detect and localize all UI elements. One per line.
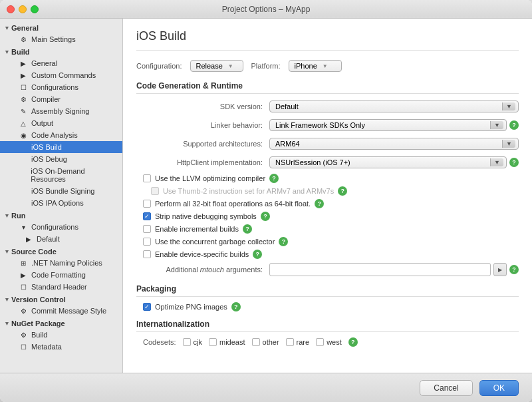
sidebar-item-label: Code Analysis (31, 131, 78, 139)
packaging-header: Packaging (136, 284, 519, 297)
code-gen-header: Code Generation & Runtime (136, 81, 519, 94)
arrow-icon: ▾ (5, 296, 9, 303)
gear-icon: ⚙ (19, 96, 28, 103)
dropdown-arrow-btn[interactable]: ▼ (490, 121, 503, 129)
png-checkbox[interactable] (143, 303, 151, 311)
sidebar-item-nuget-metadata[interactable]: ☐ Metadata (0, 341, 122, 353)
sidebar-item-label: Configurations (31, 83, 78, 91)
help-icon[interactable]: ? (509, 158, 519, 167)
sidebar-item-commit-message[interactable]: ⚙ Commit Message Style (0, 305, 122, 317)
help-icon[interactable]: ? (348, 337, 358, 347)
west-checkbox[interactable] (316, 338, 324, 346)
main-window: Project Options – MyApp ▾ General ⚙ Main… (0, 0, 532, 402)
help-icon[interactable]: ? (261, 212, 270, 221)
config-row: Configuration: Release ▼ Platform: iPhon… (136, 60, 519, 72)
sidebar-section-source[interactable]: ▾ Source Code (0, 245, 122, 257)
sidebar-item-run-configurations[interactable]: ▾ Configurations (0, 221, 122, 233)
sidebar-item-label: Configurations (31, 223, 78, 231)
sidebar-section-version[interactable]: ▾ Version Control (0, 293, 122, 305)
sidebar-item-net-naming[interactable]: ⊞ .NET Naming Policies (0, 257, 122, 269)
help-icon[interactable]: ? (509, 120, 519, 130)
help-icon[interactable]: ? (338, 186, 347, 196)
sidebar-item-build-general[interactable]: ▶ General (0, 57, 122, 69)
arch-value: ARM64 (275, 140, 300, 148)
cjk-label: cjk (194, 338, 202, 346)
sidebar-item-ios-debug[interactable]: iOS Debug (0, 153, 122, 165)
llvm-label: Use the LLVM optimizing compiler (155, 174, 265, 182)
help-icon[interactable]: ? (509, 265, 519, 274)
sdk-dropdown[interactable]: Default ▼ (269, 100, 519, 112)
page-title: iOS Build (136, 29, 519, 51)
arrow-icon: ▾ (5, 212, 9, 219)
sidebar-item-compiler[interactable]: ⚙ Compiler (0, 93, 122, 105)
codesets-row: Codesets: cjk mideast other rare (136, 337, 519, 347)
sidebar-section-run[interactable]: ▾ Run (0, 209, 122, 221)
checkbox-row-float: Perform all 32-bit float operations as 6… (136, 199, 519, 208)
thumb2-checkbox[interactable] (151, 187, 159, 195)
linker-dropdown[interactable]: Link Framework SDKs Only ▼ (269, 119, 507, 131)
traffic-lights (7, 5, 39, 13)
httpclient-dropdown[interactable]: NSUrlSession (iOS 7+) ▼ (269, 156, 507, 168)
sidebar-item-ios-bundle[interactable]: iOS Bundle Signing (0, 185, 122, 197)
sidebar-item-ios-ondemand[interactable]: iOS On-Demand Resources (0, 165, 122, 185)
cancel-button[interactable]: Cancel (420, 380, 472, 396)
rare-label: rare (297, 338, 310, 346)
cjk-checkbox[interactable] (183, 338, 191, 346)
sidebar-item-custom-commands[interactable]: ▶ Custom Commands (0, 69, 122, 81)
close-button[interactable] (7, 5, 15, 13)
ok-button[interactable]: OK (479, 380, 519, 396)
sidebar-item-assembly-signing[interactable]: ✎ Assembly Signing (0, 105, 122, 117)
sidebar-section-build[interactable]: ▾ Build (0, 45, 122, 57)
gear-icon: ⚙ (19, 36, 28, 43)
sidebar-item-standard-header[interactable]: ☐ Standard Header (0, 281, 122, 293)
mtouch-text-input[interactable] (269, 263, 491, 276)
sidebar-item-main-settings[interactable]: ⚙ Main Settings (0, 33, 122, 45)
linker-label: Linker behavior: (136, 121, 269, 129)
sidebar-section-general[interactable]: ▾ General (0, 21, 122, 33)
rare-checkbox[interactable] (286, 338, 294, 346)
codeset-mideast: mideast (209, 338, 245, 346)
incremental-checkbox[interactable] (143, 225, 151, 233)
section-run-label: Run (11, 212, 25, 220)
sidebar-section-nuget[interactable]: ▾ NuGet Package (0, 317, 122, 329)
play-button[interactable]: ▶ (493, 263, 507, 276)
help-icon[interactable]: ? (279, 237, 288, 246)
platform-value: iPhone (295, 62, 317, 70)
configuration-dropdown[interactable]: Release ▼ (190, 60, 243, 72)
mideast-checkbox[interactable] (209, 338, 217, 346)
other-checkbox[interactable] (252, 338, 260, 346)
arch-dropdown[interactable]: ARM64 ▼ (269, 138, 519, 150)
sidebar-item-configurations[interactable]: ☐ Configurations (0, 81, 122, 93)
help-icon[interactable]: ? (253, 250, 262, 259)
incremental-label: Enable incremental builds (155, 225, 239, 233)
platform-dropdown[interactable]: iPhone ▼ (289, 60, 342, 72)
mtouch-label: Additional mtouch arguments: (136, 266, 269, 274)
help-icon[interactable]: ? (243, 224, 252, 234)
sidebar-item-code-analysis[interactable]: ◉ Code Analysis (0, 129, 122, 141)
httpclient-control: NSUrlSession (iOS 7+) ▼ ? (269, 156, 519, 168)
arrow-icon: ▾ (5, 320, 9, 327)
minimize-button[interactable] (19, 5, 27, 13)
dropdown-arrow-btn[interactable]: ▼ (502, 102, 515, 110)
float-checkbox[interactable] (143, 200, 151, 208)
help-icon[interactable]: ? (269, 174, 279, 183)
help-icon[interactable]: ? (231, 302, 241, 311)
arch-row: Supported architectures: ARM64 ▼ (136, 136, 519, 151)
arrow-icon: ▾ (5, 25, 9, 31)
arrow-icon: ▾ (5, 49, 9, 55)
help-icon[interactable]: ? (315, 199, 324, 208)
sidebar-item-ios-build[interactable]: iOS Build (0, 141, 122, 153)
gc-checkbox[interactable] (143, 238, 151, 246)
device-checkbox[interactable] (143, 250, 151, 258)
sidebar-item-output[interactable]: △ Output (0, 117, 122, 129)
sidebar-item-run-default[interactable]: ▶ Default (0, 233, 122, 245)
configuration-value: Release (196, 62, 223, 70)
llvm-checkbox[interactable] (143, 174, 151, 182)
strip-checkbox[interactable] (143, 212, 151, 220)
sidebar-item-ios-ipa[interactable]: iOS IPA Options (0, 197, 122, 209)
dropdown-arrow-btn[interactable]: ▼ (502, 140, 515, 148)
dropdown-arrow-btn[interactable]: ▼ (490, 158, 503, 166)
sidebar-item-nuget-build[interactable]: ⚙ Build (0, 329, 122, 341)
maximize-button[interactable] (31, 5, 39, 13)
sidebar-item-code-formatting[interactable]: ▶ Code Formatting (0, 269, 122, 281)
